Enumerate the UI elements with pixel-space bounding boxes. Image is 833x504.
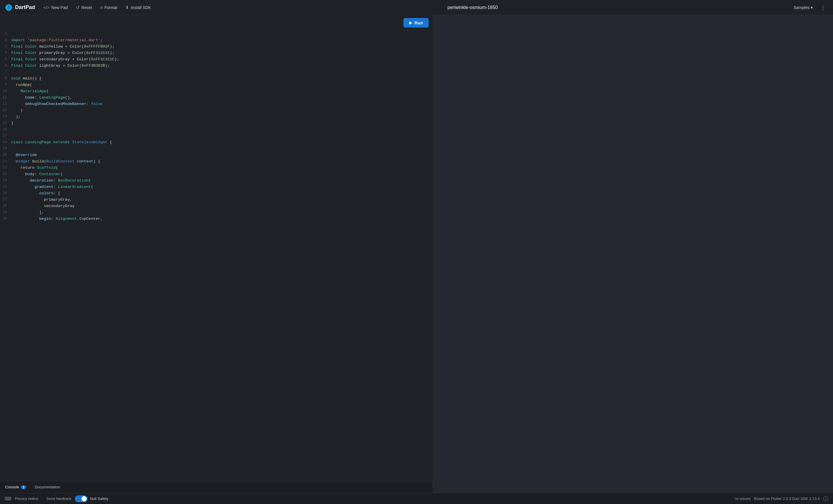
dart-logo-icon (5, 3, 13, 11)
install-sdk-icon: ⬇ (125, 5, 129, 10)
navbar: DartPad </> New Pad ↺ Reset ≡ Format ⬇ I… (0, 0, 833, 15)
logo: DartPad (5, 3, 35, 11)
table-row: 22 return Scaffold( (0, 165, 433, 171)
run-label: Run (414, 20, 423, 25)
format-button[interactable]: ≡ Format (97, 3, 121, 11)
table-row: 4 final Color primaryGray = Color(0xFF31… (0, 50, 433, 56)
right-panel (433, 15, 833, 493)
reset-icon: ↺ (76, 5, 80, 10)
table-row: 17 (0, 133, 433, 139)
privacy-notice-link[interactable]: Privacy notice (15, 497, 38, 501)
new-pad-icon: </> (43, 5, 50, 10)
editor-panel: ▶ Run 1 2 import 'package:flutter/materi… (0, 15, 433, 493)
reset-label: Reset (81, 5, 92, 10)
table-row: 12 debugShowCheckedModeBanner: false (0, 101, 433, 107)
table-row: 3 final Color mainYellow = Color(0xFFFFF… (0, 44, 433, 50)
table-row: 23 body: Container( (0, 171, 433, 177)
table-row: 14 ); (0, 114, 433, 120)
null-safety-label: Null Safety (90, 497, 108, 501)
run-button[interactable]: ▶ Run (403, 18, 429, 27)
install-sdk-button[interactable]: ⬇ Install SDK (122, 3, 154, 12)
table-row: 28 secondaryGray (0, 203, 433, 209)
status-right: no issues Based on Flutter 2.2.3 Dart SD… (735, 496, 828, 501)
issues-text: no issues (735, 497, 751, 501)
table-row: 16 (0, 126, 433, 133)
more-button[interactable]: ⋮ (818, 3, 828, 12)
samples-button[interactable]: Samples ▾ (791, 3, 816, 11)
info-icon[interactable]: i (823, 496, 828, 501)
format-icon: ≡ (100, 5, 103, 10)
more-icon: ⋮ (820, 4, 826, 11)
table-row: 15 } (0, 120, 433, 126)
table-row: 30 begin: Alignment.topCenter, (0, 216, 433, 222)
console-badge: 1 (21, 485, 26, 489)
table-row: 11 home: LandingPage(), (0, 95, 433, 101)
new-pad-button[interactable]: </> New Pad (40, 3, 71, 11)
sdk-text: Based on Flutter 2.2.3 Dart SDK 2.13.4 (754, 497, 820, 501)
table-row: 29 ], (0, 209, 433, 216)
editor-toolbar: ▶ Run (0, 15, 433, 31)
logo-text: DartPad (15, 4, 35, 10)
table-row: 6 final Color lightGray = Color(0xFF3B3B… (0, 63, 433, 69)
table-row: 13 ) (0, 107, 433, 114)
navbar-right: Samples ▾ ⋮ (791, 3, 828, 12)
play-icon: ▶ (409, 21, 412, 25)
table-row: 8 void main() { (0, 75, 433, 82)
editor-bottom-tabs: Console 1 Documentation (0, 481, 433, 493)
install-sdk-label: Install SDK (131, 5, 151, 10)
documentation-tab[interactable]: Documentation (31, 483, 64, 491)
code-editor[interactable]: 1 2 import 'package:flutter/material.dar… (0, 31, 433, 481)
table-row: 26 colors: [ (0, 190, 433, 197)
table-row: 5 final Color secondaryGray = Color(0xFF… (0, 56, 433, 63)
table-row: 18 class LandingPage extends StatelessWi… (0, 139, 433, 146)
new-pad-label: New Pad (51, 5, 68, 10)
table-row: 25 gradient: LinearGradient( (0, 184, 433, 190)
status-bar: ⌨ Privacy notice · Send feedback Null Sa… (0, 493, 833, 504)
keyboard-icon: ⌨ (5, 496, 11, 501)
samples-label: Samples (794, 5, 810, 10)
pad-title: periwinkle-osmium-1850 (156, 5, 789, 10)
chevron-down-icon: ▾ (811, 5, 813, 10)
null-safety-switch[interactable] (75, 495, 88, 502)
table-row: 20 @override (0, 152, 433, 158)
main-area: ▶ Run 1 2 import 'package:flutter/materi… (0, 15, 833, 493)
table-row: 7 (0, 69, 433, 75)
toggle-knob (81, 496, 87, 501)
null-safety-toggle[interactable]: Null Safety (75, 495, 108, 502)
table-row: 9 runApp( (0, 82, 433, 88)
table-row: 24 decoration: BoxDecoration( (0, 177, 433, 184)
documentation-tab-label: Documentation (35, 485, 60, 489)
table-row: 2 import 'package:flutter/material.dart'… (0, 37, 433, 44)
console-tab[interactable]: Console 1 (1, 483, 30, 491)
table-row: 27 primaryGray, (0, 197, 433, 203)
reset-button[interactable]: ↺ Reset (72, 3, 96, 12)
table-row: 21 Widget build(BuildContext context) { (0, 158, 433, 165)
format-label: Format (104, 5, 117, 10)
console-tab-label: Console (5, 485, 19, 489)
send-feedback-link[interactable]: Send feedback (46, 497, 72, 501)
code-lines: 1 2 import 'package:flutter/material.dar… (0, 31, 433, 481)
table-row: 19 (0, 146, 433, 152)
table-row: 1 (0, 31, 433, 37)
table-row: 10 MaterialApp( (0, 88, 433, 95)
